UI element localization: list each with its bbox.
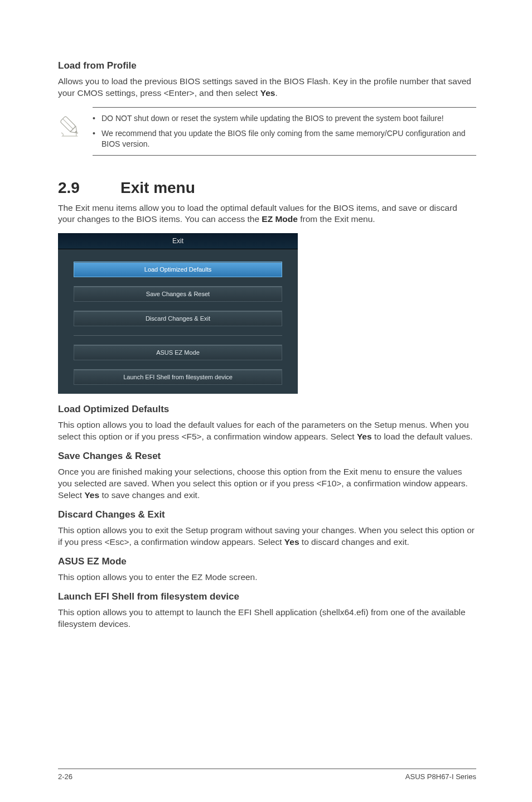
svg-line-1 — [63, 119, 73, 129]
note-item: We recommend that you update the BIOS fi… — [93, 128, 476, 149]
note-list: DO NOT shut down or reset the system whi… — [93, 113, 476, 149]
note-item: DO NOT shut down or reset the system whi… — [93, 113, 476, 124]
footer-rule — [58, 769, 476, 769]
section-title: 2.9Exit menu — [58, 179, 476, 197]
page-container: Load from Profile Allows you to load the… — [0, 0, 532, 802]
bios-save-changes-reset-button[interactable]: Save Changes & Reset — [74, 286, 282, 302]
asus-ez-mode-text: This option allows you to enter the EZ M… — [58, 572, 476, 583]
footer-page-number: 2-26 — [58, 772, 72, 781]
bios-exit-panel: Exit Load Optimized Defaults Save Change… — [58, 233, 298, 394]
footer-doc-title: ASUS P8H67-I Series — [405, 772, 476, 781]
load-optimized-defaults-text: This option allows you to load the defau… — [58, 419, 476, 443]
launch-efi-shell-heading: Launch EFI Shell from filesystem device — [58, 591, 476, 602]
load-from-profile-text: Allows you to load the previous BIOS set… — [58, 76, 476, 99]
text-bold: EZ Mode — [262, 214, 298, 224]
save-changes-reset-heading: Save Changes & Reset — [58, 451, 476, 462]
text-bold: Yes — [84, 490, 99, 500]
save-changes-reset-text: Once you are finished making your select… — [58, 466, 476, 501]
note-row: DO NOT shut down or reset the system whi… — [58, 113, 476, 149]
text-segment: to load the default values. — [372, 432, 473, 441]
text-segment: This option allows you to exit the Setup… — [58, 525, 475, 547]
text-segment: The Exit menu items allow you to load th… — [58, 203, 457, 224]
asus-ez-mode-heading: ASUS EZ Mode — [58, 556, 476, 567]
text-bold: Yes — [357, 432, 372, 441]
text-bold: Yes — [260, 88, 275, 98]
bios-discard-changes-exit-button[interactable]: Discard Changes & Exit — [74, 311, 282, 326]
note-block: DO NOT shut down or reset the system whi… — [58, 107, 476, 156]
text-segment: to save changes and exit. — [99, 490, 200, 500]
bios-panel-header: Exit — [58, 233, 298, 249]
text-segment: to discard changes and exit. — [299, 537, 409, 547]
bios-asus-ez-mode-button[interactable]: ASUS EZ Mode — [74, 345, 282, 360]
bios-launch-efi-shell-button[interactable]: Launch EFI Shell from filesystem device — [74, 369, 282, 385]
page-footer: 2-26 ASUS P8H67-I Series — [58, 769, 476, 781]
footer-row: 2-26 ASUS P8H67-I Series — [58, 772, 476, 781]
exit-menu-intro: The Exit menu items allow you to load th… — [58, 202, 476, 226]
note-top-rule — [93, 107, 476, 108]
bios-panel-body: Load Optimized Defaults Save Changes & R… — [58, 249, 298, 394]
note-bottom-rule — [93, 155, 476, 156]
pencil-note-icon — [58, 113, 93, 139]
launch-efi-shell-text: This option allows you to attempt to lau… — [58, 607, 476, 630]
section-name: Exit menu — [120, 179, 195, 196]
text-segment: from the Exit menu. — [298, 214, 375, 224]
bios-divider — [74, 335, 282, 336]
bios-load-optimized-defaults-button[interactable]: Load Optimized Defaults — [74, 262, 282, 277]
load-optimized-defaults-heading: Load Optimized Defaults — [58, 404, 476, 415]
discard-changes-exit-text: This option allows you to exit the Setup… — [58, 525, 476, 548]
text-bold: Yes — [284, 537, 299, 547]
section-number: 2.9 — [58, 179, 120, 197]
text-segment: . — [275, 88, 277, 98]
load-from-profile-heading: Load from Profile — [58, 60, 476, 71]
discard-changes-exit-heading: Discard Changes & Exit — [58, 509, 476, 520]
